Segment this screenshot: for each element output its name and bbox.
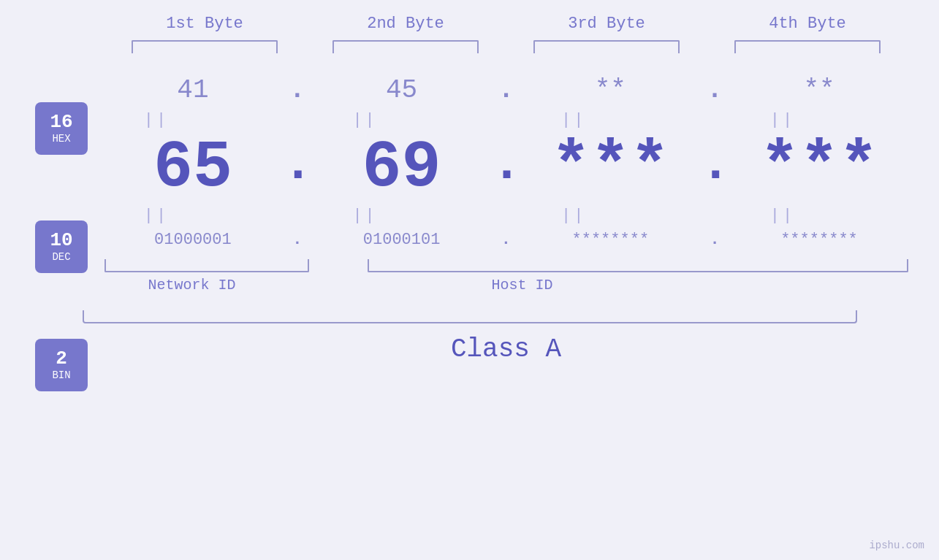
network-id-label: Network ID	[148, 277, 236, 294]
eq-dot-2	[455, 111, 484, 129]
bin-badge: 2 BIN	[35, 339, 88, 391]
bin-dot-1: .	[283, 231, 312, 249]
eq-1-4: ||	[695, 111, 870, 129]
hex-dot-3: .	[700, 75, 729, 105]
hex-cell-1: 41	[105, 75, 281, 105]
bin-dot-2: .	[491, 231, 520, 249]
bracket-4	[734, 40, 881, 53]
hex-dot-1: .	[283, 75, 312, 105]
bracket-1	[132, 40, 278, 53]
header-row: 1st Byte 2nd Byte 3rd Byte 4th Byte	[104, 15, 908, 33]
eq-2-1: ||	[69, 207, 244, 225]
bin-dot-3: .	[700, 231, 729, 249]
bin-cell-2: 01000101	[314, 231, 490, 249]
eq-2-2: ||	[278, 207, 453, 225]
badge-column: 16 HEX 10 DEC 2 BIN	[35, 102, 88, 391]
eq-dot-5	[455, 207, 484, 225]
hex-row: 41 . 45 . ** . **	[104, 75, 908, 105]
eq-dot-3	[664, 111, 693, 129]
dec-dot-3: .	[700, 136, 729, 193]
hex-cell-3: **	[522, 75, 698, 105]
dec-badge-label: DEC	[52, 251, 70, 263]
hex-badge-num: 16	[50, 112, 72, 131]
dec-value-2: 69	[362, 135, 441, 201]
bin-badge-num: 2	[56, 349, 67, 368]
byte-header-4: 4th Byte	[720, 15, 895, 33]
main-container: 1st Byte 2nd Byte 3rd Byte 4th Byte 41 .…	[0, 0, 939, 560]
dec-cell-3: ***	[522, 135, 698, 201]
byte-header-1: 1st Byte	[117, 15, 292, 33]
bin-cell-4: ********	[731, 231, 907, 249]
top-bracket-row	[104, 40, 908, 53]
bottom-bracket-container	[104, 259, 908, 272]
class-row: Class A	[104, 334, 908, 364]
dec-badge-num: 10	[50, 231, 72, 250]
dec-badge: 10 DEC	[35, 220, 88, 273]
eq-2-3: ||	[486, 207, 661, 225]
bin-value-4: ********	[780, 231, 858, 249]
host-bracket	[368, 259, 908, 272]
bin-value-3: ********	[571, 231, 649, 249]
id-label-row: Network ID Host ID	[104, 277, 908, 299]
eq-dot-6	[664, 207, 693, 225]
host-id-label: Host ID	[492, 277, 553, 294]
hex-badge-label: HEX	[52, 133, 70, 145]
network-bracket	[104, 259, 309, 272]
bin-badge-label: BIN	[52, 369, 70, 381]
bin-cell-1: 01000001	[105, 231, 281, 249]
dec-cell-1: 65	[105, 135, 281, 201]
bin-value-1: 01000001	[154, 231, 232, 249]
eq-row-2: || || || ||	[68, 207, 872, 225]
class-label: Class A	[451, 334, 561, 364]
dec-dot-2: .	[491, 136, 520, 193]
hex-cell-4: **	[731, 75, 907, 105]
bracket-3	[533, 40, 680, 53]
eq-dot-1	[246, 111, 275, 129]
eq-row-1: || || || ||	[68, 111, 872, 129]
dec-row: 65 . 69 . *** . ***	[104, 135, 908, 201]
dec-value-3: ***	[551, 135, 669, 201]
dec-dot-1: .	[283, 136, 312, 193]
full-bottom-bracket	[83, 310, 857, 323]
hex-value-4: **	[803, 75, 835, 105]
watermark: ipshu.com	[869, 540, 924, 551]
eq-dot-4	[246, 207, 275, 225]
hex-value-3: **	[595, 75, 626, 105]
dec-value-4: ***	[760, 135, 878, 201]
bin-value-2: 01000101	[363, 231, 441, 249]
dec-value-1: 65	[153, 135, 232, 201]
eq-2-4: ||	[695, 207, 870, 225]
eq-1-1: ||	[69, 111, 244, 129]
bracket-2	[332, 40, 479, 53]
hex-value-1: 41	[177, 75, 208, 105]
eq-1-2: ||	[278, 111, 453, 129]
hex-badge: 16 HEX	[35, 102, 88, 155]
byte-header-2: 2nd Byte	[318, 15, 493, 33]
byte-header-3: 3rd Byte	[519, 15, 694, 33]
hex-value-2: 45	[386, 75, 417, 105]
dec-cell-4: ***	[731, 135, 907, 201]
bin-row: 01000001 . 01000101 . ******** . *******…	[104, 231, 908, 249]
hex-dot-2: .	[491, 75, 520, 105]
dec-cell-2: 69	[314, 135, 490, 201]
bin-cell-3: ********	[522, 231, 698, 249]
hex-cell-2: 45	[314, 75, 490, 105]
eq-1-3: ||	[486, 111, 661, 129]
